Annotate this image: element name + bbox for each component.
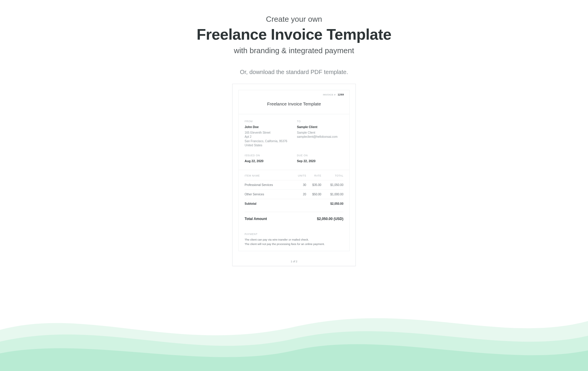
from-label: FROM	[245, 120, 291, 123]
item-rate: $50.00	[306, 190, 321, 199]
hero-title: Freelance Invoice Template	[197, 26, 391, 43]
due-block: DUE ON Sep 22, 2020	[297, 154, 343, 165]
from-line3: San Francisco, California, 95376	[245, 139, 291, 144]
invoice-sheet: INVOICE # 1269 Freelance Invoice Templat…	[238, 90, 350, 251]
to-company: Sample Client	[297, 131, 343, 135]
payment-note: The client can pay via wire transfer or …	[245, 238, 343, 241]
page-indicator: 1 of 2	[233, 260, 355, 263]
hero-subtitle: with branding & integrated payment	[197, 46, 391, 55]
invoice-number: INVOICE # 1269	[323, 93, 344, 96]
issued-label: ISSUED ON	[245, 154, 291, 157]
invoice-parties: FROM John Doe 165 Eleventh Street Apt 2 …	[239, 114, 349, 170]
to-email: sampleclient@hellobonsai.com	[297, 135, 343, 139]
invoice-preview[interactable]: INVOICE # 1269 Freelance Invoice Templat…	[232, 84, 356, 266]
invoice-number-value: 1269	[338, 93, 344, 96]
item-name: Other Services	[245, 190, 292, 199]
from-line4: United States	[245, 143, 291, 148]
subtotal-row: Subtotal $2,050.00	[245, 199, 343, 209]
item-units: 30	[292, 180, 306, 190]
subtotal-value: $2,050.00	[321, 199, 343, 209]
due-value: Sep 22, 2020	[297, 159, 343, 163]
table-row: Professional Services 30 $35.00 $1,050.0…	[245, 180, 343, 190]
issued-block: ISSUED ON Aug 22, 2020	[245, 154, 291, 165]
invoice-number-label: INVOICE #	[323, 93, 335, 96]
from-line1: 165 Eleventh Street	[245, 131, 291, 135]
item-units: 20	[292, 190, 306, 199]
table-row: Other Services 20 $50.00 $1,000.00	[245, 190, 343, 199]
invoice-items: ITEM NAME UNITS RATE TOTAL Professional …	[239, 170, 349, 208]
from-name: John Doe	[245, 125, 291, 129]
col-item: ITEM NAME	[245, 174, 292, 180]
col-total: TOTAL	[321, 174, 343, 180]
due-label: DUE ON	[297, 154, 343, 157]
item-rate: $35.00	[306, 180, 321, 190]
subtotal-label: Subtotal	[245, 199, 292, 209]
invoice-title: Freelance Invoice Template	[245, 101, 343, 106]
from-line2: Apt 2	[245, 135, 291, 139]
issued-value: Aug 22, 2020	[245, 159, 291, 163]
download-pdf-link[interactable]: Or, download the standard PDF template.	[240, 69, 348, 75]
payment-label: PAYMENT	[245, 233, 343, 236]
total-row: Total Amount $2,050.00 (USD)	[245, 212, 343, 226]
item-total: $1,050.00	[321, 180, 343, 190]
invoice-header: INVOICE # 1269 Freelance Invoice Templat…	[239, 90, 349, 114]
col-units: UNITS	[292, 174, 306, 180]
to-name: Sample Client	[297, 125, 343, 129]
to-label: TO	[297, 120, 343, 123]
from-block: FROM John Doe 165 Eleventh Street Apt 2 …	[245, 120, 291, 148]
to-block: TO Sample Client Sample Client samplecli…	[297, 120, 343, 148]
total-value: $2,050.00 (USD)	[317, 217, 343, 221]
payment-note: The client will not pay the processing f…	[245, 242, 343, 246]
item-name: Professional Services	[245, 180, 292, 190]
payment-block: PAYMENT The client can pay via wire tran…	[239, 226, 349, 251]
hero-overline: Create your own	[197, 15, 391, 24]
col-rate: RATE	[306, 174, 321, 180]
hero: Create your own Freelance Invoice Templa…	[197, 15, 391, 55]
total-label: Total Amount	[245, 217, 267, 221]
item-total: $1,000.00	[321, 190, 343, 199]
